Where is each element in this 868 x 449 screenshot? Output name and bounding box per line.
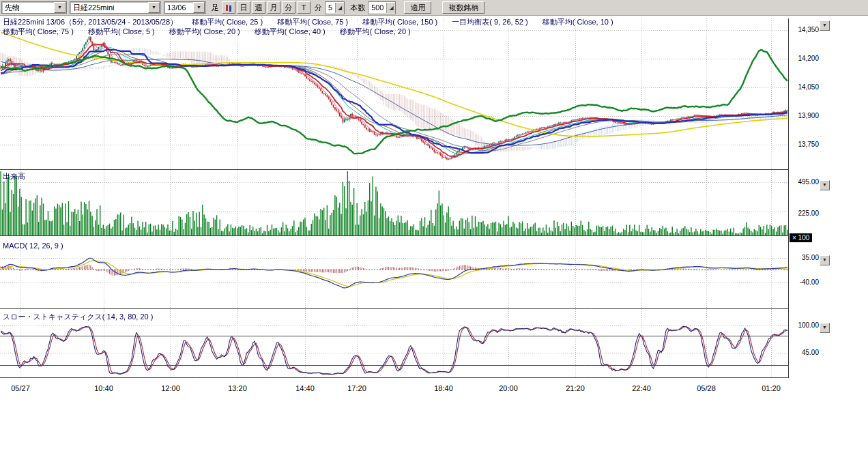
toolbar: 先物 ▼ 日経225mini ▼ 13/06 ▼ 足 日 週 月 分 T 分 5… xyxy=(0,0,868,16)
chart-title: 日経225mini 13/06（5分, 2013/05/24 - 2013/05… xyxy=(3,18,177,26)
legend-ma150: 移動平均( Close, 150 ) xyxy=(362,18,437,26)
volume-axis-label: 225.00 xyxy=(790,209,819,217)
minute-unit-label: 分 xyxy=(315,3,322,13)
legend-ichimoku: 一目均衡表( 9, 26, 52 ) xyxy=(452,18,527,26)
bar-count-label: 本数 xyxy=(350,3,365,13)
spinner-icon[interactable]: ◢ xyxy=(335,3,344,13)
chart-canvas[interactable] xyxy=(0,0,790,379)
time-axis-label: 12:00 xyxy=(161,384,180,392)
legend-ma5: 移動平均( Close, 5 ) xyxy=(88,27,155,35)
multi-symbol-button[interactable]: 複数銘柄 xyxy=(442,1,484,14)
macd-scale-button[interactable]: ▼ xyxy=(820,255,830,265)
candle-style-button[interactable] xyxy=(222,1,235,14)
spinner-icon[interactable]: ◢ xyxy=(386,3,395,13)
bar-tick-button[interactable]: T xyxy=(297,1,310,14)
app-window: 先物 ▼ 日経225mini ▼ 13/06 ▼ 足 日 週 月 分 T 分 5… xyxy=(0,0,868,449)
bar-count-value: 500 xyxy=(368,3,386,12)
legend-ma10: 移動平均( Close, 10 ) xyxy=(542,18,613,26)
price-axis-label: 14,050 xyxy=(790,83,819,91)
price-axis-label: 13,900 xyxy=(790,112,819,119)
candlestick-icon xyxy=(226,5,228,11)
price-scale-button[interactable]: ▼ xyxy=(820,20,830,31)
stoch-axis-label: 45.00 xyxy=(790,349,819,356)
legend-ma75b: 移動平均( Close, 75 ) xyxy=(3,27,74,35)
time-axis-label: 05/28 xyxy=(697,384,716,392)
minute-count-input[interactable]: 5 ◢ xyxy=(325,1,345,14)
time-axis-label: 22:40 xyxy=(632,384,651,392)
apply-button[interactable]: 適用 xyxy=(404,1,431,14)
time-axis-label: 13:20 xyxy=(228,384,247,392)
bar-count-input[interactable]: 500 ◢ xyxy=(368,1,396,14)
chart-legend-line1: 日経225mini 13/06（5分, 2013/05/24 - 2013/05… xyxy=(3,17,626,27)
price-axis-label: 13,750 xyxy=(790,141,819,148)
instrument-type-combo[interactable]: 先物 ▼ xyxy=(1,1,67,14)
legend-ma25: 移動平均( Close, 25 ) xyxy=(192,18,263,26)
time-axis-label: 01:20 xyxy=(762,384,781,392)
time-axis-label: 05/27 xyxy=(11,384,30,392)
scale-multiplier-badge: × 100 xyxy=(790,233,812,242)
legend-ma20b: 移動平均( Close, 20 ) xyxy=(340,27,411,35)
contract-month-combo[interactable]: 13/06 ▼ xyxy=(164,1,206,14)
bar-week-button[interactable]: 週 xyxy=(252,1,265,14)
volume-pane-label: 出来高 xyxy=(3,171,25,182)
legend-ma75: 移動平均( Close, 75 ) xyxy=(277,18,348,26)
price-axis-label: 14,200 xyxy=(790,55,819,62)
chevron-down-icon[interactable]: ▼ xyxy=(148,2,160,13)
chart-legend-line2: 移動平均( Close, 75 ) 移動平均( Close, 5 ) 移動平均(… xyxy=(3,27,423,37)
bar-type-label: 足 xyxy=(212,3,219,13)
bar-minute-button[interactable]: 分 xyxy=(282,1,295,14)
contract-month-value: 13/06 xyxy=(164,3,189,12)
macd-pane-label: MACD( 12, 26, 9 ) xyxy=(3,242,63,250)
symbol-combo[interactable]: 日経225mini ▼ xyxy=(70,1,161,14)
macd-axis-label: 35.00 xyxy=(790,254,819,261)
volume-axis-label: 495.00 xyxy=(790,178,819,186)
bar-month-button[interactable]: 月 xyxy=(267,1,280,14)
instrument-type-value: 先物 xyxy=(2,3,23,13)
symbol-value: 日経225mini xyxy=(70,3,117,13)
minute-count-value: 5 xyxy=(326,3,335,12)
time-axis-label: 18:40 xyxy=(434,384,453,392)
macd-axis-label: -40.00 xyxy=(790,278,819,286)
time-axis-label: 14:40 xyxy=(295,384,315,392)
chevron-down-icon[interactable]: ▼ xyxy=(193,2,205,13)
bar-day-button[interactable]: 日 xyxy=(237,1,250,14)
chevron-down-icon[interactable]: ▼ xyxy=(54,2,66,13)
stoch-axis-label: 100.00 xyxy=(790,321,819,329)
stochastics-pane-label: スロー・ストキャスティクス( 14, 3, 80, 20 ) xyxy=(3,312,153,322)
time-axis-label: 17:20 xyxy=(347,384,366,392)
price-axis-label: 14,350 xyxy=(790,26,819,33)
legend-ma40: 移動平均( Close, 40 ) xyxy=(255,27,326,35)
volume-scale-button[interactable]: ▼ xyxy=(820,180,830,190)
time-axis-label: 21:20 xyxy=(566,384,585,392)
stoch-scale-button[interactable]: ▼ xyxy=(820,323,830,333)
legend-ma20: 移動平均( Close, 20 ) xyxy=(169,27,240,35)
time-axis-label: 10:40 xyxy=(94,384,113,392)
time-axis-label: 20:00 xyxy=(499,384,518,392)
